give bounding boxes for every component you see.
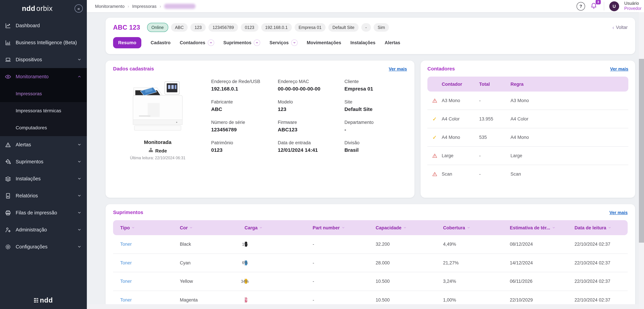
- tab-resumo[interactable]: Resumo: [113, 37, 142, 48]
- eye-icon: [4, 73, 11, 80]
- tab-instalacoes[interactable]: Instalações: [350, 40, 376, 45]
- ver-mais-suprimentos-link[interactable]: Ver mais: [610, 210, 628, 215]
- toner-link[interactable]: Toner: [113, 242, 180, 247]
- dots-logo-icon: [34, 298, 38, 302]
- sidebar-item-label: Filas de impressão: [16, 210, 57, 215]
- ver-mais-dados-link[interactable]: Ver mais: [389, 66, 407, 71]
- question-mark-icon: ?: [580, 3, 582, 9]
- sort-chevron-icon: [552, 226, 555, 229]
- breadcrumb: Monitoramento › Impressoras ›: [95, 3, 196, 9]
- column-header-cor[interactable]: Cor: [180, 225, 244, 230]
- contador-row-a4-mono: ✓ A4 Mono 535 A4 Mono: [428, 128, 628, 147]
- sidebar-item-dashboard[interactable]: Dashboard: [0, 17, 87, 34]
- notifications-button[interactable]: 3: [590, 2, 597, 10]
- breadcrumb-monitoramento[interactable]: Monitoramento: [95, 3, 124, 9]
- supply-color: Black: [180, 242, 244, 247]
- column-header-capacidade[interactable]: Capacidade: [376, 225, 443, 230]
- chevron-down-icon: [77, 160, 82, 164]
- sidebar-item-configuracoes[interactable]: Configurações: [0, 238, 87, 255]
- tab-label: Serviços: [270, 40, 289, 45]
- tab-contadores[interactable]: Contadores: [180, 39, 214, 46]
- sidebar-item-relatorios[interactable]: Relatórios: [0, 187, 87, 204]
- sidebar-item-dispositivos[interactable]: Dispositivos: [0, 51, 87, 68]
- breadcrumb-separator-icon: ›: [160, 3, 161, 9]
- supply-part-number: -: [313, 260, 376, 266]
- line-chart-icon: [4, 22, 11, 29]
- printer-photo: [124, 77, 191, 135]
- tab-label: Instalações: [350, 40, 376, 45]
- column-header-tipo[interactable]: Tipo: [113, 225, 180, 230]
- contador-total: -: [479, 172, 510, 177]
- sidebar-item-label: Relatórios: [16, 193, 38, 198]
- badge-modelo: 123: [190, 23, 206, 32]
- sidebar-subitem-impressoras-termicas[interactable]: Impressoras térmicas: [0, 102, 87, 119]
- chevron-down-icon: [77, 143, 82, 147]
- toner-link[interactable]: Toner: [113, 260, 180, 266]
- tab-cadastro[interactable]: Cadastro: [151, 40, 170, 45]
- column-header-part-number[interactable]: Part number: [313, 225, 376, 230]
- contador-row-large: Large - Large: [428, 147, 628, 165]
- sidebar-item-instalacoes[interactable]: Instalações: [0, 170, 87, 187]
- contador-row-a3-mono: A3 Mono - A3 Mono: [428, 91, 628, 110]
- toner-level-bar: 6%: [244, 260, 245, 266]
- sidebar-collapse-button[interactable]: «: [74, 4, 83, 12]
- field-cliente: ClienteEmpresa 01: [344, 79, 407, 91]
- column-header-estimativa[interactable]: Estimativa de tér...: [510, 225, 574, 230]
- badge-patrimonio: 0123: [241, 23, 258, 32]
- sidebar-item-filas-de-impressao[interactable]: Filas de impressão: [0, 204, 87, 221]
- sidebar-item-suprimentos[interactable]: Suprimentos: [0, 153, 87, 170]
- sidebar-item-administracao[interactable]: Administração: [0, 221, 87, 238]
- tab-servicos[interactable]: Serviços: [270, 39, 298, 46]
- supply-capacity: 10.500: [376, 279, 443, 284]
- badge-sim: Sim: [374, 23, 389, 32]
- column-header-carga[interactable]: Carga: [244, 225, 313, 230]
- back-button[interactable]: ‹ Voltar: [612, 25, 628, 30]
- vertical-scrollbar-thumb[interactable]: [639, 59, 644, 243]
- tab-label: Cadastro: [151, 40, 170, 45]
- sidebar-menu: Dashboard Business Intelligence (Beta) D…: [0, 17, 87, 255]
- toner-link[interactable]: Toner: [113, 298, 180, 303]
- sidebar-subitem-label: Impressoras térmicas: [16, 108, 61, 113]
- toner-link[interactable]: Toner: [113, 279, 180, 284]
- column-header-data-leitura[interactable]: Data de leitura: [574, 225, 628, 230]
- horizontal-scrollbar-track[interactable]: [87, 304, 644, 309]
- app-window: ndd orbix « Dashboard Business Intellige…: [0, 0, 644, 309]
- help-button[interactable]: ?: [576, 2, 585, 10]
- sidebar-subitem-computadores[interactable]: Computadores: [0, 119, 87, 136]
- supply-coverage: 3,24%: [443, 279, 510, 284]
- contador-regra: A4 Color: [510, 116, 628, 121]
- notification-count-badge: 3: [596, 0, 601, 4]
- supply-row-black: Toner Black 1% - 32.200 4,49% 08/12/2024…: [113, 235, 628, 254]
- supply-read-date: 22/10/2024 02:37: [574, 260, 628, 266]
- ink-bucket-icon: [4, 158, 11, 165]
- column-header-cobertura[interactable]: Cobertura: [443, 225, 510, 230]
- field-fabricante: FabricanteABC: [211, 99, 274, 112]
- field-endereco-rede: Endereço de Rede/USB192.168.0.1: [211, 79, 274, 91]
- sidebar-item-label: Business Intelligence (Beta): [16, 40, 77, 45]
- field-divisao: DivisãoBrasil: [344, 140, 407, 153]
- sidebar-item-monitoramento[interactable]: Monitoramento: [0, 68, 87, 85]
- user-info[interactable]: Usuário Provedor: [624, 1, 642, 11]
- sidebar-item-label: Instalações: [16, 176, 41, 181]
- ver-mais-contadores-link[interactable]: Ver mais: [610, 66, 628, 71]
- column-header-regra: Regra: [510, 81, 628, 87]
- breadcrumb-impressoras[interactable]: Impressoras: [132, 3, 156, 9]
- chevron-down-icon: [77, 57, 82, 62]
- supply-estimate: 22/10/2029: [510, 298, 574, 303]
- sidebar: ndd orbix « Dashboard Business Intellige…: [0, 0, 87, 309]
- tab-suprimentos[interactable]: Suprimentos: [224, 39, 260, 46]
- warning-triangle-icon: [4, 141, 11, 148]
- sidebar-item-business-intelligence[interactable]: Business Intelligence (Beta): [0, 34, 87, 51]
- tab-label: Contadores: [180, 40, 205, 45]
- chevron-down-icon: [77, 211, 82, 215]
- sidebar-item-alertas[interactable]: Alertas: [0, 136, 87, 153]
- tab-label: Movimentações: [307, 40, 341, 45]
- tab-movimentacoes[interactable]: Movimentações: [307, 40, 341, 45]
- supply-color: Yellow: [180, 279, 244, 284]
- logo-text-light: orbix: [36, 4, 52, 12]
- sidebar-subitem-impressoras[interactable]: Impressoras: [0, 85, 87, 102]
- status-badge-online: Online: [147, 23, 168, 32]
- tab-alertas[interactable]: Alertas: [385, 40, 400, 45]
- contador-name: Scan: [442, 172, 479, 177]
- avatar[interactable]: U: [609, 1, 619, 11]
